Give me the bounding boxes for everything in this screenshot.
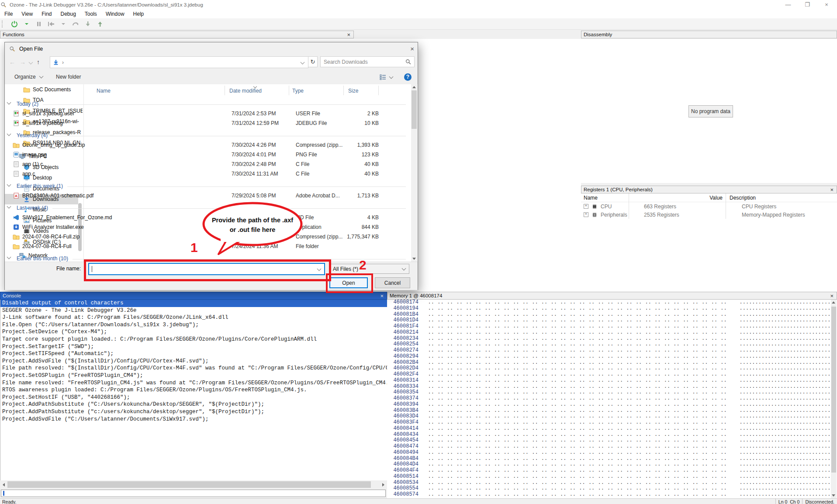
group-header-last-week-4[interactable]: Last week (4) [5, 200, 411, 213]
nav-up-icon[interactable]: ↑ [37, 59, 40, 66]
column-header-size[interactable]: Size [348, 88, 358, 94]
expand-icon[interactable]: + [584, 212, 588, 217]
group-collapse-icon[interactable] [7, 183, 11, 187]
menu-find[interactable]: Find [37, 10, 56, 18]
registers-column-name[interactable]: Name [584, 195, 627, 201]
open-button[interactable]: Open [329, 277, 368, 288]
registers-panel-header: Registers 1 (CPU, Peripherals) × [581, 186, 837, 193]
cancel-button[interactable]: Cancel [375, 277, 410, 288]
group-collapse-icon[interactable] [7, 255, 11, 259]
close-button[interactable]: × [817, 0, 836, 10]
memory-address: 460083F4 [387, 420, 418, 425]
file-type: PNG File [296, 150, 317, 159]
column-header-type[interactable]: Type [292, 88, 304, 94]
menu-window[interactable]: Window [101, 10, 129, 18]
file-row-2024-07-08-rc4-full[interactable]: 2024-07-08-RC4-Full7/24/2024 11:36 AMFil… [5, 242, 411, 251]
nav-forward-icon[interactable]: → [20, 59, 26, 66]
file-size: 1,775,347 KB [335, 232, 379, 242]
toolbar-grip[interactable] [2, 21, 4, 28]
registers-column-value[interactable]: Value [627, 195, 726, 201]
step-into-icon[interactable] [84, 20, 92, 28]
memory-panel-title: Memory 1 @ 46008174 [390, 293, 829, 298]
group-rule [52, 136, 406, 136]
filename-input[interactable] [88, 263, 325, 275]
console-line: J-Link software found at: C:/Program Fil… [0, 314, 387, 321]
group-label: Earlier this week (1) [17, 183, 63, 189]
menu-view[interactable]: View [17, 10, 37, 18]
registers-column-description[interactable]: Description [730, 195, 756, 201]
pdf-icon: A [13, 192, 20, 199]
memory-row: 46008194 .. .. .. .. .. .. .. .. .. .. .… [387, 306, 837, 312]
address-dropdown-icon[interactable] [301, 60, 305, 65]
reset-icon[interactable] [47, 20, 55, 28]
console-line: Project.AddPathSubstitute ("c:/users/kok… [0, 408, 387, 416]
file-row-sl-si91x-3-jdebug-user[interactable]: sl_si91x 3.jdebug.user7/31/2024 2:53 PMU… [5, 109, 411, 118]
menu-help[interactable]: Help [129, 10, 149, 18]
console-hscrollbar[interactable] [0, 480, 387, 489]
functions-close-icon[interactable]: × [346, 32, 351, 38]
column-header-date[interactable]: Date modified [229, 88, 262, 94]
group-header-earlier-this-month-10[interactable]: Earlier this month (10) [5, 251, 411, 262]
memory-address: 46008234 [387, 336, 418, 342]
help-icon[interactable]: ? [404, 73, 412, 81]
memory-bytes: .. .. .. .. .. .. .. .. .. .. .. .. .. .… [418, 336, 837, 342]
c-file-icon [13, 170, 20, 177]
file-row-ozone-bring-up-guide-zip[interactable]: Ozone_bring_up_guide.zip7/30/2024 4:26 P… [5, 140, 411, 150]
console-close-icon[interactable]: × [379, 293, 384, 299]
menu-tools[interactable]: Tools [80, 10, 101, 18]
group-header-yesterday-4[interactable]: Yesterday (4) [5, 128, 411, 140]
view-mode-icon[interactable] [379, 73, 386, 80]
file-row-app-1-c[interactable]: app (1).c7/30/2024 2:48 PMC File40 KB [5, 159, 411, 169]
menu-file[interactable]: File [0, 10, 17, 18]
group-collapse-icon[interactable] [7, 100, 11, 105]
memory-vscrollbar[interactable] [831, 300, 837, 498]
view-mode-dropdown-icon[interactable] [389, 74, 394, 79]
register-row-peripherals[interactable]: +Peripherals2535 RegistersMemory-Mapped … [581, 211, 837, 219]
filetype-combo[interactable]: All Files (*) [329, 264, 409, 274]
memory-address: 46008414 [387, 426, 418, 432]
group-collapse-icon[interactable] [7, 204, 11, 209]
reset-dropdown-icon[interactable] [59, 20, 67, 28]
memory-bytes: .. .. .. .. .. .. .. .. .. .. .. .. .. .… [418, 414, 837, 419]
memory-row: 46008574 .. .. .. .. .. .. .. .. .. .. .… [387, 492, 837, 498]
address-bar[interactable]: › [50, 56, 308, 68]
group-header-earlier-this-week-1[interactable]: Earlier this week (1) [5, 179, 411, 191]
file-row-brd4340a-a01-schematic-pdf[interactable]: ABRD4340A-A01-schematic.pdf7/29/2024 5:0… [5, 191, 411, 200]
nav-back-icon[interactable]: ← [9, 59, 15, 66]
file-row-2024-07-08-rc4-full-zip[interactable]: 2024-07-08-RC4-Full.zipCompressed (zipp.… [5, 232, 411, 242]
memory-close-icon[interactable]: × [829, 293, 834, 299]
refresh-icon[interactable]: ↻ [308, 56, 318, 67]
group-header-today-2[interactable]: Today (2) [5, 97, 411, 109]
group-collapse-icon[interactable] [7, 132, 11, 136]
minimize-button[interactable]: — [778, 0, 798, 10]
console-command-input[interactable] [1, 490, 386, 497]
new-folder-button[interactable]: New folder [56, 74, 81, 80]
group-rule [67, 186, 406, 187]
file-row-wifi-analyzer-installer-exe[interactable]: WiFi Analyzer Installer.exeApplication84… [5, 222, 411, 232]
sidebar-item-soc-documents[interactable]: SoC Documents [5, 84, 78, 95]
memory-bytes: .. .. .. .. .. .. .. .. .. .. .. .. .. .… [418, 306, 837, 311]
organize-button[interactable]: Organize [14, 74, 43, 80]
file-row-siwx917-enablement-for-ozone-md[interactable]: SiWx917_Enablement_For_Ozone.mdMD File4 … [5, 213, 411, 222]
search-box[interactable]: Search Downloads [320, 56, 415, 67]
expand-icon[interactable]: + [584, 204, 588, 209]
dialog-close-icon[interactable]: × [410, 45, 414, 52]
power-debug-icon[interactable] [10, 20, 18, 28]
power-dropdown-icon[interactable] [23, 20, 31, 28]
status-bar: Ready. Ln 0Ch 0 Disconnected. [0, 498, 837, 504]
step-out-icon[interactable] [96, 20, 104, 28]
column-header-name[interactable]: Name [97, 88, 111, 94]
filename-dropdown-icon [317, 266, 322, 271]
pause-icon[interactable] [35, 20, 43, 28]
register-row-cpu[interactable]: +CPU663 RegistersCPU Registers [581, 202, 837, 211]
registers-close-icon[interactable]: × [829, 187, 834, 193]
file-row-sl-si91x-3-jdebug[interactable]: sl_si91x 3.jdebug7/31/2024 12:59 PMJDEBU… [5, 118, 411, 128]
restore-button[interactable]: ❐ [798, 0, 817, 10]
nav-history-dropdown-icon[interactable] [29, 60, 33, 64]
file-row-image-png[interactable]: image.png7/30/2024 4:01 PMPNG File123 KB [5, 150, 411, 159]
menu-debug[interactable]: Debug [56, 10, 80, 18]
file-list-scrollbar[interactable] [411, 84, 417, 262]
step-over-icon[interactable] [72, 20, 80, 28]
file-row-app-c[interactable]: app.c7/30/2024 11:31 AMC File40 KB [5, 169, 411, 179]
installer-icon [13, 224, 20, 231]
